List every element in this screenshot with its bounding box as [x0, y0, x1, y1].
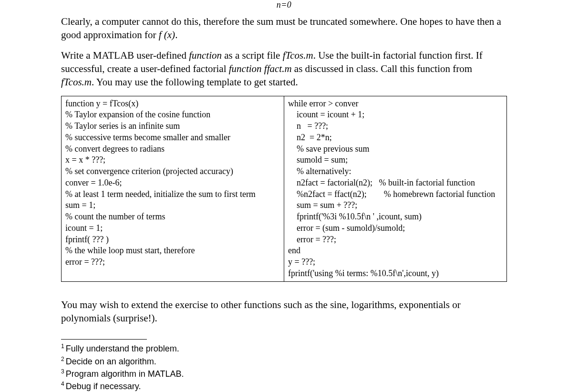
text: Write a MATLAB user-defined [61, 50, 189, 61]
text: . [175, 29, 177, 41]
code-cell-right: while error > conver icount = icount + 1… [284, 96, 507, 281]
italic-filename: fTcos.m [283, 50, 313, 61]
code-cell-left: function y = fTcos(x) % Taylor expansion… [62, 96, 284, 281]
document-page: n=0 Clearly, a computer cannot do this, … [0, 0, 568, 392]
math-fx: f (x) [159, 29, 175, 41]
footnote-marker: 4 [61, 381, 64, 387]
italic-filename: fTcos.m [61, 76, 92, 88]
code-template-table: function y = fTcos(x) % Taylor expansion… [61, 96, 507, 282]
equation-fragment: n=0 [61, 0, 507, 10]
footnote-text: Decide on an algorithm. [66, 357, 156, 366]
footnote-text: Program algorithm in MATLAB. [66, 369, 184, 379]
footnote-marker: 1 [61, 343, 64, 350]
footnote-text: Debug if necessary. [66, 382, 141, 391]
footnote-separator [61, 339, 147, 340]
footnote-3: 3Program algorithm in MATLAB. [61, 368, 507, 380]
footnote-1: 1Fully understand the problem. [61, 342, 507, 355]
footnote-marker: 2 [61, 356, 64, 362]
italic-function: function ffact.m [229, 63, 292, 74]
text: Clearly, a computer cannot do this, ther… [61, 16, 501, 41]
footnote-marker: 3 [61, 368, 64, 375]
paragraph-2: Write a MATLAB user-defined function as … [61, 49, 507, 89]
paragraph-3: You may wish to extend the exercise to o… [61, 298, 507, 325]
footnotes-block: 1Fully understand the problem. 2Decide o… [61, 342, 507, 392]
text: as a script file [222, 50, 283, 61]
text: as discussed in class. Call this functio… [292, 63, 473, 74]
footnote-4: 4Debug if necessary. [61, 380, 507, 392]
footnote-2: 2Decide on an algorithm. [61, 355, 507, 368]
italic-function: function [189, 50, 222, 61]
footnote-text: Fully understand the problem. [66, 344, 179, 353]
paragraph-1: Clearly, a computer cannot do this, ther… [61, 15, 507, 42]
text: . You may use the following template to … [92, 76, 298, 88]
